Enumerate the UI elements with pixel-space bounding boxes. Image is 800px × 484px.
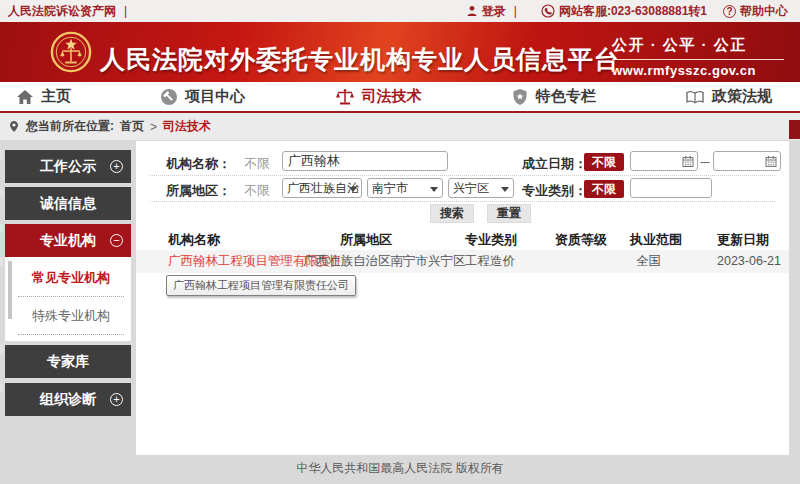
website-url: www.rmfysszc.gov.cn	[612, 63, 784, 78]
nav-item-policy-regulations[interactable]: 政策法规	[685, 87, 772, 106]
search-results-panel: 机构名称： 不限 成立日期： 不限 ---	[136, 141, 789, 455]
cell-updated: 2023-06-21	[717, 250, 781, 273]
district-select[interactable]: 兴宁区	[448, 178, 514, 198]
content-area: 工作公示 + 诚信信息 专业机构 − 常见专业机构 特殊专业机构 专家库 组织诊…	[0, 140, 800, 484]
scales-icon	[335, 88, 355, 106]
floating-widget[interactable]	[789, 120, 800, 139]
court-emblem-logo	[50, 31, 92, 73]
nav-item-judicial-technology[interactable]: 司法技术	[335, 87, 422, 106]
sidebar-item-integrity-info[interactable]: 诚信信息	[5, 187, 131, 220]
col-header-org-name: 机构名称	[168, 231, 220, 249]
org-name-unlimited[interactable]: 不限	[244, 155, 270, 173]
col-header-scope: 执业范围	[630, 231, 682, 249]
calendar-icon[interactable]	[682, 155, 694, 168]
chevron-down-icon	[430, 187, 438, 192]
home-icon	[16, 89, 34, 105]
shield-star-icon	[511, 88, 529, 106]
cell-category: 工程造价	[465, 250, 515, 273]
sidebar-item-organization-diagnosis[interactable]: 组织诊断 +	[5, 383, 131, 416]
expand-icon[interactable]: +	[110, 160, 123, 173]
search-button[interactable]: 搜索	[430, 204, 474, 223]
breadcrumb-current: 司法技术	[163, 118, 211, 135]
login-link[interactable]: 登录	[466, 3, 506, 20]
calendar-icon[interactable]	[765, 155, 777, 168]
help-center-link[interactable]: ? 帮助中心	[723, 3, 788, 20]
site-banner: 人民法院对外委托专业机构专业人员信息平台 公开 · 公平 · 公正 www.rm…	[0, 22, 800, 82]
col-header-category: 专业类别	[465, 231, 517, 249]
breadcrumb: 您当前所在位置: 首页 > 司法技术	[0, 113, 800, 140]
service-phone: 网站客服:023-63088881转1	[541, 3, 707, 20]
chevron-down-icon	[349, 187, 357, 192]
user-icon	[466, 5, 478, 17]
breadcrumb-prefix: 您当前所在位置:	[26, 118, 114, 135]
book-icon	[685, 89, 705, 105]
founding-date-unlimited-button[interactable]: 不限	[584, 153, 624, 171]
question-icon: ?	[723, 5, 736, 18]
date-to-input[interactable]	[713, 151, 781, 171]
city-select[interactable]: 南宁市	[367, 178, 443, 198]
org-name-label: 机构名称：	[166, 155, 231, 173]
form-divider	[150, 175, 775, 176]
col-header-updated: 更新日期	[717, 231, 769, 249]
main-nav: 主页 项目中心 司法技术 特色专栏	[0, 82, 800, 113]
nav-item-project-center[interactable]: 项目中心	[160, 87, 245, 106]
reset-button[interactable]: 重置	[487, 204, 531, 223]
org-name-input[interactable]	[282, 151, 448, 171]
footer-copyright: 中华人民共和国最高人民法院 版权所有	[0, 460, 800, 477]
col-header-grade: 资质等级	[555, 231, 607, 249]
collapse-icon[interactable]: −	[110, 234, 123, 247]
founding-date-label: 成立日期：	[522, 155, 587, 173]
gavel-icon	[160, 88, 178, 106]
sidebar-item-professional-institutions[interactable]: 专业机构 −	[5, 224, 131, 257]
submenu-scrollbar[interactable]	[8, 261, 12, 319]
login-divider: |	[514, 4, 517, 18]
table-row: 广西翰林工程项目管理有限责任... 广西壮族自治区南宁市兴宁区 工程造价 全国 …	[136, 250, 789, 273]
sidebar-item-work-publicity[interactable]: 工作公示 +	[5, 150, 131, 183]
form-divider	[150, 201, 775, 202]
region-label: 所属地区：	[166, 182, 231, 200]
chevron-down-icon	[501, 187, 509, 192]
location-pin-icon	[8, 120, 20, 133]
sidebar-submenu: 常见专业机构 特殊专业机构	[5, 257, 131, 341]
breadcrumb-home[interactable]: 首页	[120, 118, 144, 135]
submenu-item-common-institutions[interactable]: 常见专业机构	[18, 259, 124, 297]
site-name[interactable]: 人民法院诉讼资产网	[8, 3, 116, 20]
date-range-separator: ---	[700, 155, 709, 169]
category-label: 专业类别：	[522, 182, 587, 200]
col-header-region: 所属地区	[340, 231, 392, 249]
date-from-input[interactable]	[630, 151, 698, 171]
cell-scope: 全国	[636, 250, 661, 273]
expand-icon[interactable]: +	[110, 393, 123, 406]
submenu-item-special-institutions[interactable]: 特殊专业机构	[18, 297, 124, 335]
breadcrumb-separator: >	[150, 120, 157, 134]
province-select[interactable]: 广西壮族自治	[282, 178, 362, 198]
category-unlimited-button[interactable]: 不限	[584, 180, 624, 198]
nav-item-home[interactable]: 主页	[16, 87, 71, 106]
slogan: 公开 · 公平 · 公正	[612, 36, 784, 60]
cell-region: 广西壮族自治区南宁市兴宁区	[303, 250, 466, 273]
sidebar-item-expert-library[interactable]: 专家库	[5, 345, 131, 378]
phone-icon	[541, 4, 555, 18]
topbar: 人民法院诉讼资产网 | 登录 | 网站客服:023-63088881转1 ? 帮…	[0, 0, 800, 22]
region-unlimited[interactable]: 不限	[244, 182, 270, 200]
nav-item-featured-column[interactable]: 特色专栏	[511, 87, 596, 106]
topbar-divider: |	[124, 4, 127, 18]
platform-title: 人民法院对外委托专业机构专业人员信息平台	[100, 43, 620, 76]
org-name-tooltip: 广西翰林工程项目管理有限责任公司	[166, 275, 356, 296]
category-input[interactable]	[630, 178, 712, 198]
